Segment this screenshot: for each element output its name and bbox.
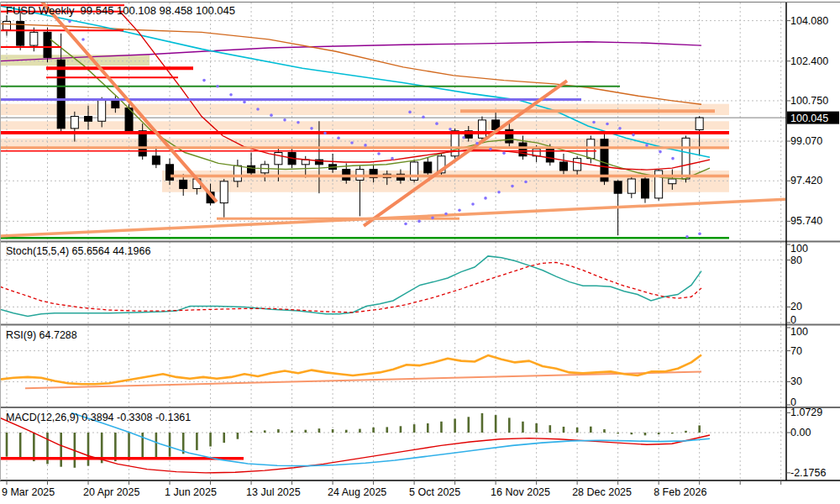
date-label: 28 Dec 2025 xyxy=(572,486,632,498)
axis-label: 97.420 xyxy=(790,175,822,186)
sar-dot xyxy=(350,141,354,144)
bull-candle xyxy=(220,181,228,203)
bull-candle xyxy=(30,32,38,45)
sar-dot xyxy=(471,202,475,206)
axis-label: 20 xyxy=(790,301,802,312)
date-label: 5 Oct 2025 xyxy=(409,486,460,498)
bull-candle xyxy=(451,131,459,156)
current-price-label: 100.045 xyxy=(790,113,828,124)
bull-candle xyxy=(234,165,241,181)
sar-dot xyxy=(270,113,273,117)
sar-dot xyxy=(685,235,689,239)
chart-canvas[interactable]: 104.080102.400100.75099.07097.42095.7401… xyxy=(0,0,840,504)
bear-candle xyxy=(641,179,648,198)
bull-candle xyxy=(669,179,676,184)
bear-candle xyxy=(112,100,119,108)
bear-candle xyxy=(248,165,255,173)
bear-candle xyxy=(57,60,65,129)
axis-label: 100.750 xyxy=(790,95,828,107)
axis-label: 102.400 xyxy=(790,55,828,67)
bear-candle xyxy=(152,156,160,165)
bull-candle xyxy=(696,118,703,129)
bear-candle xyxy=(166,165,174,181)
sar-dot xyxy=(323,132,327,135)
date-label: 24 Aug 2025 xyxy=(328,486,386,498)
sar-dot xyxy=(449,128,452,131)
sar-dot xyxy=(216,85,219,88)
sar-dot xyxy=(417,220,421,223)
date-label: 1 Jun 2025 xyxy=(165,486,217,498)
sar-dot xyxy=(444,213,448,216)
bull-candle xyxy=(682,138,690,179)
sar-dot xyxy=(484,197,487,200)
sar-dot xyxy=(243,101,246,104)
axis-label: 95.740 xyxy=(790,215,822,227)
bear-candle xyxy=(559,162,567,171)
sar-dot xyxy=(256,108,260,111)
bear-candle xyxy=(424,162,432,173)
sar-dot xyxy=(435,122,438,125)
sar-dot xyxy=(489,148,492,151)
sar-dot xyxy=(462,136,465,139)
axis-label: 100 xyxy=(790,243,808,255)
bear-candle xyxy=(180,180,187,188)
sar-dot xyxy=(671,157,675,160)
bull-candle xyxy=(3,21,11,29)
sar-dot xyxy=(377,152,381,155)
axis-label: 80 xyxy=(790,255,802,266)
axis-label: 30 xyxy=(790,375,802,387)
bear-candle xyxy=(139,131,146,156)
date-label: 8 Feb 2026 xyxy=(654,486,706,498)
sar-dot xyxy=(422,116,425,119)
date-label: 9 Mar 2025 xyxy=(2,486,55,498)
bear-candle xyxy=(614,181,622,193)
axis-label: 0 xyxy=(790,314,796,326)
sar-dot xyxy=(81,38,85,41)
axis-label: 0.00 xyxy=(790,427,811,438)
sar-dot xyxy=(475,142,479,145)
bull-candle xyxy=(275,153,282,165)
axis-label: 70 xyxy=(790,345,802,357)
date-label: 20 Apr 2025 xyxy=(83,486,139,498)
bear-candle xyxy=(85,117,92,122)
sar-dot xyxy=(659,150,662,154)
sar-dot xyxy=(502,152,506,155)
bull-candle xyxy=(98,100,106,122)
axis-label: 99.070 xyxy=(790,135,822,147)
bear-candle xyxy=(44,32,51,57)
bull-candle xyxy=(627,179,635,193)
sar-dot xyxy=(404,223,407,226)
bull-candle xyxy=(574,159,581,171)
sar-dot xyxy=(618,127,622,130)
sar-dot xyxy=(606,123,609,126)
bull-candle xyxy=(478,120,486,138)
axis-label: -2.1756 xyxy=(790,467,826,479)
sar-dot xyxy=(431,217,434,220)
axis-label: 104.080 xyxy=(790,15,828,27)
sar-dot xyxy=(364,144,367,147)
sar-dot xyxy=(632,134,635,137)
date-label: 16 Nov 2025 xyxy=(491,486,550,498)
sar-dot xyxy=(524,181,528,184)
sar-dot xyxy=(511,185,514,188)
sar-dot xyxy=(391,157,394,160)
sar-dot xyxy=(408,111,412,114)
sar-dot xyxy=(229,93,233,97)
date-label: 13 Jul 2025 xyxy=(246,486,301,498)
axis-label: 100 xyxy=(790,326,808,338)
sar-dot xyxy=(68,20,71,24)
sar-dot xyxy=(458,208,461,212)
sar-dot xyxy=(283,118,286,122)
sar-dot xyxy=(698,232,701,235)
trading-chart-window: 104.080102.400100.75099.07097.42095.7401… xyxy=(0,0,840,504)
sar-dot xyxy=(497,191,501,194)
sar-dot xyxy=(310,127,313,130)
sar-dot xyxy=(202,79,206,82)
sar-dot xyxy=(337,137,340,140)
axis-label: 1.0729 xyxy=(790,407,822,418)
sar-dot xyxy=(592,121,596,124)
bull-candle xyxy=(71,117,78,129)
sar-dot xyxy=(297,121,300,124)
sar-dot xyxy=(645,144,648,147)
